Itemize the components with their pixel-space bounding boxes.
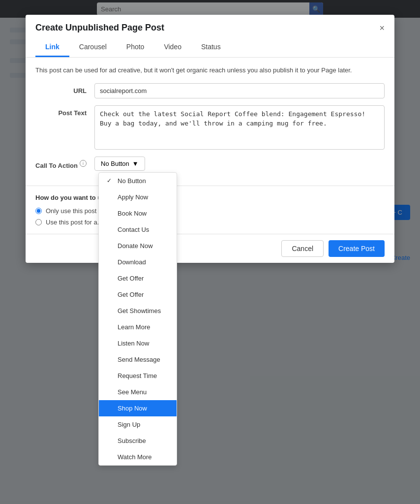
cta-info-icon: i [80,160,87,167]
radio-only-use[interactable]: Only use this post f... [35,207,385,215]
dropdown-item-watch-more[interactable]: Watch More [99,449,177,465]
dropdown-item-get-showtimes[interactable]: Get Showtimes [99,303,177,319]
cta-label: Call To Action [35,158,80,169]
url-label: URL [35,83,94,94]
dropdown-item-get-offer-1[interactable]: Get Offer [99,270,177,286]
usage-section: How do you want to use this post? Only u… [26,186,394,234]
tab-carousel[interactable]: Carousel [69,39,117,57]
radio-only-use-input[interactable] [35,208,42,214]
radio-use-for-ad-input[interactable] [35,219,42,225]
create-post-modal: Create Unpublished Page Post × Link Caro… [26,15,394,263]
radio-only-use-label: Only use this post f... [46,207,105,215]
modal-title: Create Unpublished Page Post [35,23,164,33]
url-row: URL [35,83,385,98]
info-text: This post can be used for ad creative, b… [35,65,385,75]
dropdown-item-no-button[interactable]: ✓ No Button [99,173,177,189]
cta-row: Call To Action i No Button ▼ ✓ No Button [35,157,385,171]
dropdown-item-book-now[interactable]: Book Now [99,205,177,221]
post-text-row: Post Text Check out the latest Social Re… [35,105,385,150]
modal-header: Create Unpublished Page Post × Link Caro… [26,15,394,58]
dropdown-item-download[interactable]: Download [99,254,177,270]
dropdown-item-apply-now[interactable]: Apply Now [99,189,177,205]
dropdown-item-subscribe[interactable]: Subscribe [99,433,177,449]
modal-footer: Cancel Create Post [26,234,394,263]
cta-dropdown-button[interactable]: No Button ▼ [94,157,145,171]
dropdown-item-request-time[interactable]: Request Time [99,368,177,384]
post-text-label: Post Text [35,105,94,117]
dropdown-item-contact-us[interactable]: Contact Us [99,221,177,238]
dropdown-item-donate-now[interactable]: Donate Now [99,238,177,254]
dropdown-item-send-message[interactable]: Send Message [99,351,177,368]
tab-video[interactable]: Video [154,39,191,57]
modal-close-button[interactable]: × [379,24,385,32]
dropdown-item-learn-more[interactable]: Learn More [99,319,177,335]
tab-photo[interactable]: Photo [117,39,154,57]
dropdown-item-sign-up[interactable]: Sign Up [99,416,177,433]
modal-body: This post can be used for ad creative, b… [26,58,394,186]
check-icon: ✓ [107,177,114,184]
usage-title: How do you want to use this post? [35,194,385,201]
radio-use-for-ad[interactable]: Use this post for a... blished to the Pa… [35,219,385,226]
tab-link[interactable]: Link [35,39,69,57]
modal-backdrop: Create Unpublished Page Post × Link Caro… [0,0,420,504]
url-input[interactable] [94,83,385,98]
dropdown-item-shop-now[interactable]: Shop Now [99,400,177,416]
dropdown-item-listen-now[interactable]: Listen Now [99,335,177,351]
cancel-button[interactable]: Cancel [281,240,324,257]
post-text-input[interactable]: Check out the latest Social Report Coffe… [94,105,385,150]
dropdown-item-get-offer-2[interactable]: Get Offer [99,286,177,303]
dropdown-item-see-menu[interactable]: See Menu [99,384,177,400]
tab-status[interactable]: Status [191,39,231,57]
cta-dropdown-menu: ✓ No Button Apply Now Book Now Contact U… [98,172,177,466]
radio-group: Only use this post f... Use this post fo… [35,207,385,226]
dropdown-arrow-icon: ▼ [132,160,139,167]
tab-bar: Link Carousel Photo Video Status [35,39,385,57]
create-post-button[interactable]: Create Post [329,240,385,257]
cta-selected-label: No Button [101,160,129,167]
